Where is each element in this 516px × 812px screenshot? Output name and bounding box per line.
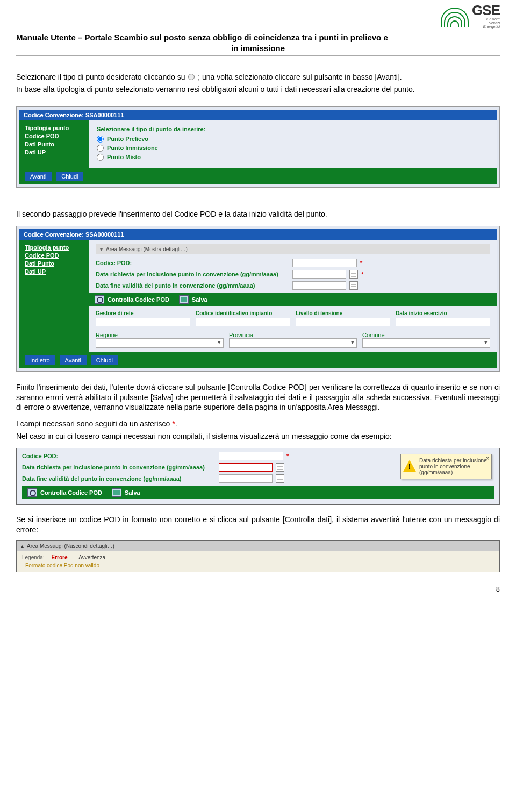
chiudi-button[interactable]: Chiudi [91, 355, 118, 365]
detail-grid: Gestore di rete Codice identificativo im… [96, 310, 490, 326]
conv-label: Codice Convenzione: [24, 231, 84, 238]
livello-tensione-field[interactable] [296, 318, 390, 326]
calendar-icon[interactable] [276, 474, 284, 483]
radio-input[interactable] [97, 136, 104, 143]
gestore-rete-field[interactable] [96, 318, 190, 326]
regione-select[interactable] [96, 338, 224, 348]
data-esercizio-field[interactable] [396, 318, 490, 326]
data-fine-input[interactable] [219, 474, 273, 483]
after-panel3-text: Se si inserisce un codice POD in formato… [16, 515, 500, 535]
location-grid: Regione Provincia Comune [96, 332, 490, 348]
legend: Legenda: Errore Avvertenza [22, 554, 494, 560]
radio-label: Punto Immissione [107, 145, 158, 151]
area-messaggi-title: Area Messaggi (Nascondi dettagli…) [27, 543, 114, 549]
after-p3: Nel caso in cui ci fossero campi necessa… [16, 431, 500, 441]
logo-sub1: Gestore [472, 17, 500, 21]
after-p1: Finito l'inserimento dei dati, l'utente … [16, 382, 500, 413]
sidebar-item-dati-up[interactable]: Dati UP [25, 268, 84, 275]
area-messaggi-collapsed[interactable]: ▾ Area Messaggi (Mostra dettagli…) [96, 244, 490, 254]
conv-value: SSA00000111 [85, 112, 124, 118]
calendar-icon[interactable] [276, 463, 284, 472]
conv-value: SSA00000111 [85, 231, 124, 238]
codice-pod-label: Codice POD: [22, 453, 216, 459]
radio-misto[interactable]: Punto Misto [97, 154, 489, 161]
codice-impianto-field[interactable] [196, 318, 290, 326]
logo-sub3: Energetici [472, 25, 500, 29]
close-icon[interactable]: × [486, 455, 489, 461]
search-icon [27, 488, 37, 497]
required-star: * [286, 453, 289, 459]
tipologia-prompt: Selezionare il tipo di punto da inserire… [97, 126, 489, 132]
radio-input[interactable] [97, 154, 104, 161]
sidebar-item-tipologia[interactable]: Tipologia punto [25, 125, 84, 131]
codice-pod-input[interactable] [219, 452, 283, 460]
logo-sub2: Servizi [472, 21, 500, 25]
screenshot-area-messaggi-error: ▴ Area Messaggi (Nascondi dettagli…) Leg… [16, 540, 500, 572]
codice-impianto-label: Codice identificativo impianto [196, 310, 290, 316]
action-row: Controlla Codice POD Salva [22, 486, 494, 499]
side-nav: Tipologia punto Codice POD Dati Punto Da… [19, 240, 89, 352]
sidebar-item-dati-punto[interactable]: Dati Punto [25, 260, 84, 267]
data-inclusione-input[interactable] [219, 463, 273, 472]
intro-p1b: ; una volta selezionato cliccare sul pul… [198, 73, 402, 81]
logo-text: GSE Gestore Servizi Energetici [472, 3, 500, 29]
button-row: Indietro Avanti Chiudi [19, 352, 497, 368]
logo-abbr: GSE [472, 3, 500, 17]
intro-text: Selezionare il tipo di punto desiderato … [16, 72, 500, 95]
sidebar-item-codice-pod[interactable]: Codice POD [25, 133, 84, 139]
area-messaggi-header[interactable]: ▴ Area Messaggi (Nascondi dettagli…) [17, 541, 499, 551]
screenshot-validation-error: Codice POD: * Data richiesta per inclusi… [16, 448, 500, 505]
avanti-button[interactable]: Avanti [25, 172, 52, 181]
provincia-label: Provincia [229, 332, 357, 338]
logo: GSE Gestore Servizi Energetici [440, 3, 500, 29]
data-inclusione-label: Data richiesta per inclusione punto in c… [96, 271, 289, 277]
salva-button[interactable]: Salva [112, 488, 140, 497]
sidebar-item-dati-up[interactable]: Dati UP [25, 149, 84, 155]
salva-label: Salva [192, 296, 207, 303]
sidebar-item-dati-punto[interactable]: Dati Punto [25, 141, 84, 147]
gestore-rete-label: Gestore di rete [96, 310, 190, 316]
salva-button[interactable]: Salva [179, 295, 207, 304]
sidebar-item-tipologia[interactable]: Tipologia punto [25, 244, 84, 251]
logo-arcs-icon [440, 5, 470, 27]
after-panel2-text: Finito l'inserimento dei dati, l'utente … [16, 382, 500, 441]
after-p2b: . [175, 419, 177, 428]
radio-input[interactable] [97, 145, 104, 152]
search-icon [95, 295, 104, 304]
data-fine-label: Data fine validità del punto in convenzi… [22, 475, 216, 482]
sidebar-item-codice-pod[interactable]: Codice POD [25, 252, 84, 259]
controlla-label: Controlla Codice POD [40, 489, 102, 496]
comune-select[interactable] [362, 338, 490, 348]
after-p2a: I campi necessari sono seguiti da un ast… [16, 419, 172, 428]
controlla-codice-pod-button[interactable]: Controlla Codice POD [27, 488, 102, 497]
data-inclusione-input[interactable] [292, 270, 346, 279]
chiudi-button[interactable]: Chiudi [56, 172, 83, 181]
indietro-button[interactable]: Indietro [25, 355, 55, 365]
doc-title-line2: in immissione [16, 43, 500, 54]
area-messaggi-label: Area Messaggi (Mostra dettagli…) [106, 246, 188, 252]
legend-warning: Avvertenza [78, 554, 105, 560]
livello-tensione-label: Livello di tensione [296, 310, 390, 316]
chevron-up-icon: ▴ [21, 543, 24, 549]
provincia-select[interactable] [229, 338, 357, 348]
comune-label: Comune [362, 332, 490, 338]
radio-immissione[interactable]: Punto Immissione [97, 145, 489, 152]
pod-form: ▾ Area Messaggi (Mostra dettagli…) Codic… [89, 240, 497, 352]
controlla-codice-pod-button[interactable]: Controlla Codice POD [95, 295, 169, 304]
required-star: * [360, 260, 362, 266]
calendar-icon[interactable] [349, 270, 358, 279]
required-star: * [361, 271, 363, 277]
salva-label: Salva [125, 489, 140, 496]
data-fine-input[interactable] [292, 281, 346, 290]
divider [16, 58, 500, 58]
avanti-button[interactable]: Avanti [60, 355, 87, 365]
codice-pod-input[interactable] [292, 259, 357, 267]
tipologia-form: Selezionare il tipo di punto da inserire… [89, 120, 497, 168]
radio-label: Punto Prelievo [107, 136, 148, 142]
mid-paragraph: Il secondo passaggio prevede l'inserimen… [16, 209, 500, 219]
save-icon [179, 295, 189, 304]
radio-prelievo[interactable]: Punto Prelievo [97, 136, 489, 143]
convenzione-bar: Codice Convenzione: SSA00000111 [19, 229, 497, 240]
calendar-icon[interactable] [349, 281, 358, 290]
chevron-down-icon: ▾ [100, 246, 103, 252]
